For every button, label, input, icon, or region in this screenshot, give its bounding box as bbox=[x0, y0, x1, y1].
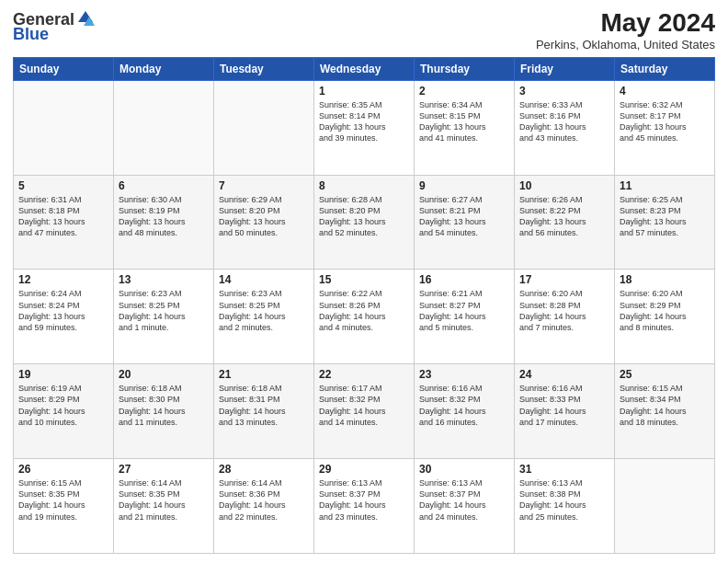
day-number: 8 bbox=[319, 179, 409, 192]
calendar-cell: 26Sunrise: 6:15 AM Sunset: 8:35 PM Dayli… bbox=[14, 459, 114, 554]
day-info: Sunrise: 6:18 AM Sunset: 8:31 PM Dayligh… bbox=[219, 383, 309, 428]
day-info: Sunrise: 6:13 AM Sunset: 8:37 PM Dayligh… bbox=[419, 477, 509, 523]
day-info: Sunrise: 6:31 AM Sunset: 8:18 PM Dayligh… bbox=[18, 194, 108, 239]
day-number: 25 bbox=[620, 368, 710, 381]
calendar-table: SundayMondayTuesdayWednesdayThursdayFrid… bbox=[13, 57, 715, 554]
day-number: 5 bbox=[18, 179, 108, 192]
calendar-cell: 8Sunrise: 6:28 AM Sunset: 8:20 PM Daylig… bbox=[314, 175, 415, 270]
calendar-cell: 10Sunrise: 6:26 AM Sunset: 8:22 PM Dayli… bbox=[515, 175, 615, 270]
calendar-cell: 14Sunrise: 6:23 AM Sunset: 8:25 PM Dayli… bbox=[214, 270, 314, 364]
calendar-cell bbox=[14, 80, 114, 175]
day-info: Sunrise: 6:16 AM Sunset: 8:32 PM Dayligh… bbox=[419, 383, 509, 428]
calendar-cell: 1Sunrise: 6:35 AM Sunset: 8:14 PM Daylig… bbox=[314, 80, 415, 175]
day-info: Sunrise: 6:30 AM Sunset: 8:19 PM Dayligh… bbox=[119, 194, 209, 239]
day-number: 23 bbox=[419, 368, 509, 381]
day-number: 12 bbox=[18, 273, 108, 286]
day-info: Sunrise: 6:20 AM Sunset: 8:29 PM Dayligh… bbox=[620, 288, 710, 333]
calendar-header-wednesday: Wednesday bbox=[314, 57, 415, 80]
calendar-cell: 7Sunrise: 6:29 AM Sunset: 8:20 PM Daylig… bbox=[214, 175, 314, 270]
logo: General Blue bbox=[13, 9, 95, 42]
day-info: Sunrise: 6:24 AM Sunset: 8:24 PM Dayligh… bbox=[18, 288, 108, 333]
day-info: Sunrise: 6:21 AM Sunset: 8:27 PM Dayligh… bbox=[419, 288, 509, 333]
calendar-cell: 17Sunrise: 6:20 AM Sunset: 8:28 PM Dayli… bbox=[515, 270, 615, 364]
calendar-cell: 29Sunrise: 6:13 AM Sunset: 8:37 PM Dayli… bbox=[314, 459, 415, 554]
calendar-cell: 23Sunrise: 6:16 AM Sunset: 8:32 PM Dayli… bbox=[415, 364, 515, 459]
day-info: Sunrise: 6:23 AM Sunset: 8:25 PM Dayligh… bbox=[219, 288, 309, 333]
calendar-cell: 18Sunrise: 6:20 AM Sunset: 8:29 PM Dayli… bbox=[615, 270, 715, 364]
calendar-header-thursday: Thursday bbox=[415, 57, 515, 80]
calendar-cell: 11Sunrise: 6:25 AM Sunset: 8:23 PM Dayli… bbox=[615, 175, 715, 270]
day-info: Sunrise: 6:27 AM Sunset: 8:21 PM Dayligh… bbox=[419, 194, 509, 239]
calendar-cell: 25Sunrise: 6:15 AM Sunset: 8:34 PM Dayli… bbox=[615, 364, 715, 459]
day-number: 18 bbox=[620, 273, 710, 286]
day-number: 13 bbox=[119, 273, 209, 286]
calendar-cell bbox=[214, 80, 314, 175]
day-info: Sunrise: 6:17 AM Sunset: 8:32 PM Dayligh… bbox=[319, 383, 409, 428]
calendar-cell: 13Sunrise: 6:23 AM Sunset: 8:25 PM Dayli… bbox=[114, 270, 214, 364]
day-number: 21 bbox=[219, 368, 309, 381]
calendar-cell: 5Sunrise: 6:31 AM Sunset: 8:18 PM Daylig… bbox=[14, 175, 114, 270]
day-info: Sunrise: 6:18 AM Sunset: 8:30 PM Dayligh… bbox=[119, 383, 209, 428]
calendar-cell: 30Sunrise: 6:13 AM Sunset: 8:37 PM Dayli… bbox=[415, 459, 515, 554]
calendar-week-row: 26Sunrise: 6:15 AM Sunset: 8:35 PM Dayli… bbox=[14, 459, 715, 554]
logo-blue: Blue bbox=[13, 26, 49, 42]
day-number: 20 bbox=[119, 368, 209, 381]
day-number: 22 bbox=[319, 368, 409, 381]
day-info: Sunrise: 6:26 AM Sunset: 8:22 PM Dayligh… bbox=[519, 194, 609, 239]
calendar-header-sunday: Sunday bbox=[14, 57, 114, 80]
day-number: 19 bbox=[18, 368, 108, 381]
day-info: Sunrise: 6:16 AM Sunset: 8:33 PM Dayligh… bbox=[519, 383, 609, 428]
day-info: Sunrise: 6:19 AM Sunset: 8:29 PM Dayligh… bbox=[18, 383, 108, 428]
month-year: May 2024 bbox=[536, 9, 715, 38]
calendar-cell: 12Sunrise: 6:24 AM Sunset: 8:24 PM Dayli… bbox=[14, 270, 114, 364]
calendar-header-monday: Monday bbox=[114, 57, 214, 80]
calendar-cell bbox=[615, 459, 715, 554]
calendar-cell: 16Sunrise: 6:21 AM Sunset: 8:27 PM Dayli… bbox=[415, 270, 515, 364]
calendar-cell: 19Sunrise: 6:19 AM Sunset: 8:29 PM Dayli… bbox=[14, 364, 114, 459]
day-number: 3 bbox=[519, 85, 609, 98]
calendar-cell: 15Sunrise: 6:22 AM Sunset: 8:26 PM Dayli… bbox=[314, 270, 415, 364]
day-number: 28 bbox=[219, 463, 309, 476]
calendar-week-row: 12Sunrise: 6:24 AM Sunset: 8:24 PM Dayli… bbox=[14, 270, 715, 364]
calendar-header-friday: Friday bbox=[515, 57, 615, 80]
day-number: 14 bbox=[219, 273, 309, 286]
day-info: Sunrise: 6:14 AM Sunset: 8:35 PM Dayligh… bbox=[119, 477, 209, 523]
calendar-cell: 9Sunrise: 6:27 AM Sunset: 8:21 PM Daylig… bbox=[415, 175, 515, 270]
day-number: 1 bbox=[319, 85, 409, 98]
day-number: 2 bbox=[419, 85, 509, 98]
day-number: 29 bbox=[319, 463, 409, 476]
day-number: 31 bbox=[519, 463, 609, 476]
calendar-cell bbox=[114, 80, 214, 175]
day-number: 10 bbox=[519, 179, 609, 192]
title-block: May 2024 Perkins, Oklahoma, United State… bbox=[536, 9, 715, 52]
day-info: Sunrise: 6:14 AM Sunset: 8:36 PM Dayligh… bbox=[219, 477, 309, 523]
day-number: 17 bbox=[519, 273, 609, 286]
calendar-week-row: 1Sunrise: 6:35 AM Sunset: 8:14 PM Daylig… bbox=[14, 80, 715, 175]
day-info: Sunrise: 6:15 AM Sunset: 8:34 PM Dayligh… bbox=[620, 383, 710, 428]
calendar-cell: 2Sunrise: 6:34 AM Sunset: 8:15 PM Daylig… bbox=[415, 80, 515, 175]
day-info: Sunrise: 6:28 AM Sunset: 8:20 PM Dayligh… bbox=[319, 194, 409, 239]
page: General Blue May 2024 Perkins, Oklahoma,… bbox=[0, 0, 728, 563]
calendar-cell: 22Sunrise: 6:17 AM Sunset: 8:32 PM Dayli… bbox=[314, 364, 415, 459]
calendar-header-row: SundayMondayTuesdayWednesdayThursdayFrid… bbox=[14, 57, 715, 80]
calendar-cell: 3Sunrise: 6:33 AM Sunset: 8:16 PM Daylig… bbox=[515, 80, 615, 175]
calendar-cell: 20Sunrise: 6:18 AM Sunset: 8:30 PM Dayli… bbox=[114, 364, 214, 459]
day-number: 15 bbox=[319, 273, 409, 286]
calendar-header-saturday: Saturday bbox=[615, 57, 715, 80]
calendar-header-tuesday: Tuesday bbox=[214, 57, 314, 80]
calendar-cell: 24Sunrise: 6:16 AM Sunset: 8:33 PM Dayli… bbox=[515, 364, 615, 459]
calendar-week-row: 5Sunrise: 6:31 AM Sunset: 8:18 PM Daylig… bbox=[14, 175, 715, 270]
day-number: 30 bbox=[419, 463, 509, 476]
day-info: Sunrise: 6:15 AM Sunset: 8:35 PM Dayligh… bbox=[18, 477, 108, 523]
calendar-week-row: 19Sunrise: 6:19 AM Sunset: 8:29 PM Dayli… bbox=[14, 364, 715, 459]
calendar-cell: 31Sunrise: 6:13 AM Sunset: 8:38 PM Dayli… bbox=[515, 459, 615, 554]
day-info: Sunrise: 6:33 AM Sunset: 8:16 PM Dayligh… bbox=[519, 99, 609, 144]
calendar-cell: 21Sunrise: 6:18 AM Sunset: 8:31 PM Dayli… bbox=[214, 364, 314, 459]
calendar-cell: 4Sunrise: 6:32 AM Sunset: 8:17 PM Daylig… bbox=[615, 80, 715, 175]
day-info: Sunrise: 6:13 AM Sunset: 8:38 PM Dayligh… bbox=[519, 477, 609, 523]
calendar-cell: 27Sunrise: 6:14 AM Sunset: 8:35 PM Dayli… bbox=[114, 459, 214, 554]
day-number: 4 bbox=[620, 85, 710, 98]
day-info: Sunrise: 6:34 AM Sunset: 8:15 PM Dayligh… bbox=[419, 99, 509, 144]
day-number: 11 bbox=[620, 179, 710, 192]
day-number: 9 bbox=[419, 179, 509, 192]
